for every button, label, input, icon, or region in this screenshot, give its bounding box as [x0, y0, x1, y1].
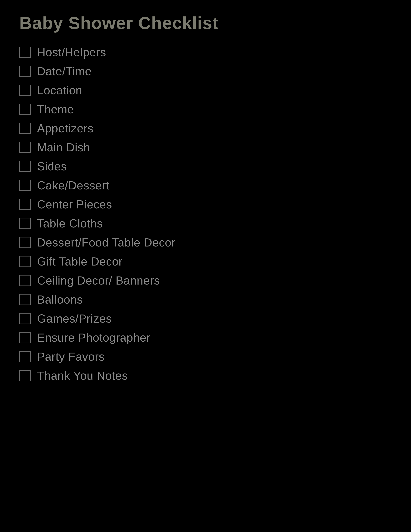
item-label: Center Pieces — [37, 198, 112, 211]
checkbox[interactable] — [19, 180, 31, 191]
checklist-item: Ensure Photographer — [19, 328, 392, 347]
checkbox[interactable] — [19, 218, 31, 229]
item-label: Games/Prizes — [37, 312, 112, 325]
item-label: Appetizers — [37, 122, 93, 135]
item-label: Sides — [37, 160, 67, 173]
checkbox[interactable] — [19, 313, 31, 324]
checkbox[interactable] — [19, 142, 31, 153]
checklist-item: Theme — [19, 100, 392, 119]
checklist-item: Cake/Dessert — [19, 176, 392, 195]
checklist-item: Main Dish — [19, 138, 392, 157]
item-label: Theme — [37, 103, 74, 116]
item-label: Ceiling Decor/ Banners — [37, 274, 160, 287]
checklist-item: Table Cloths — [19, 214, 392, 233]
checkbox[interactable] — [19, 85, 31, 96]
item-label: Location — [37, 84, 82, 97]
checklist-item: Dessert/Food Table Decor — [19, 233, 392, 252]
item-label: Gift Table Decor — [37, 255, 123, 268]
checklist-item: Date/Time — [19, 62, 392, 81]
checklist: Host/HelpersDate/TimeLocationThemeAppeti… — [19, 43, 392, 385]
checklist-item: Sides — [19, 157, 392, 176]
checkbox[interactable] — [19, 123, 31, 134]
item-label: Main Dish — [37, 141, 90, 154]
checklist-item: Location — [19, 81, 392, 100]
checkbox[interactable] — [19, 332, 31, 343]
item-label: Party Favors — [37, 350, 105, 363]
checkbox[interactable] — [19, 351, 31, 362]
checkbox[interactable] — [19, 256, 31, 267]
item-label: Host/Helpers — [37, 46, 106, 59]
checklist-item: Party Favors — [19, 347, 392, 366]
checklist-item: Balloons — [19, 290, 392, 309]
checklist-item: Gift Table Decor — [19, 252, 392, 271]
checklist-item: Ceiling Decor/ Banners — [19, 271, 392, 290]
item-label: Dessert/Food Table Decor — [37, 236, 176, 249]
checkbox[interactable] — [19, 104, 31, 115]
item-label: Ensure Photographer — [37, 331, 150, 344]
checkbox[interactable] — [19, 237, 31, 248]
item-label: Date/Time — [37, 65, 92, 78]
item-label: Balloons — [37, 293, 83, 306]
checklist-item: Thank You Notes — [19, 366, 392, 385]
checkbox[interactable] — [19, 275, 31, 286]
checkbox[interactable] — [19, 370, 31, 381]
checklist-item: Games/Prizes — [19, 309, 392, 328]
checkbox[interactable] — [19, 294, 31, 305]
checklist-item: Appetizers — [19, 119, 392, 138]
item-label: Table Cloths — [37, 217, 103, 230]
checkbox[interactable] — [19, 47, 31, 58]
item-label: Cake/Dessert — [37, 179, 109, 192]
item-label: Thank You Notes — [37, 369, 128, 382]
page-title: Baby Shower Checklist — [19, 13, 392, 33]
checkbox[interactable] — [19, 199, 31, 210]
checklist-item: Center Pieces — [19, 195, 392, 214]
checkbox[interactable] — [19, 161, 31, 172]
checklist-item: Host/Helpers — [19, 43, 392, 62]
checkbox[interactable] — [19, 66, 31, 77]
